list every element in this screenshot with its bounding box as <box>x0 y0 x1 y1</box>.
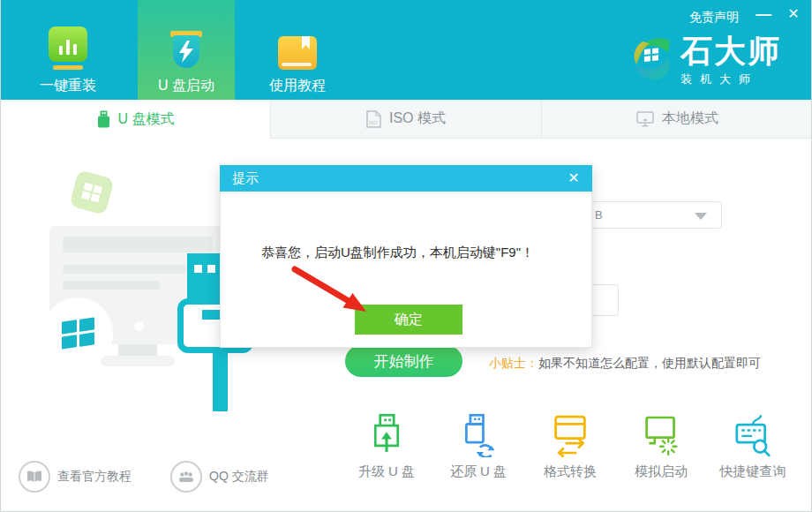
tool-hotkey-search[interactable]: 快捷键查询 <box>704 413 801 480</box>
tool-label: 模拟启动 <box>635 463 688 480</box>
brand-logo-icon <box>629 34 673 83</box>
nav-label: 使用教程 <box>269 77 326 95</box>
minimize-button[interactable]: — <box>751 3 776 26</box>
windows-logo-badge <box>42 297 113 368</box>
brand-name: 石大师 <box>680 34 781 69</box>
tool-label: 格式转换 <box>544 463 597 480</box>
ok-button[interactable]: 确定 <box>355 305 462 335</box>
tool-restore-usb[interactable]: 还原 U 盘 <box>430 413 527 480</box>
nav-item-tutorial[interactable]: 使用教程 <box>257 0 338 100</box>
shield-lightning-icon <box>169 31 204 70</box>
footer-link-label: 查看官方教程 <box>57 469 132 485</box>
success-dialog: 提示 ✕ 恭喜您，启动U盘制作成功，本机启动键"F9"！ 确定 <box>220 165 592 348</box>
mode-tabbar: U 盘模式 ISO ISO 模式 本地模式 <box>1 100 812 139</box>
tab-label: U 盘模式 <box>118 110 175 129</box>
dialog-title: 提示 <box>232 170 259 187</box>
usb-stick-icon <box>97 110 110 128</box>
disclaimer-link[interactable]: 免责声明 <box>689 10 739 26</box>
nav-item-usb-boot[interactable]: U 盘启动 <box>138 0 235 100</box>
nav-label: 一键重装 <box>40 77 96 95</box>
usb-restore-icon <box>461 413 496 457</box>
usb-plug-illustration <box>187 253 222 299</box>
qq-group-link[interactable]: QQ 交流群 <box>170 461 269 493</box>
hotkey-search-icon <box>735 413 771 457</box>
dialog-body: 恭喜您，启动U盘制作成功，本机启动键"F9"！ 确定 <box>220 192 592 348</box>
iso-file-icon: ISO <box>366 110 381 128</box>
close-button[interactable]: ✕ <box>781 3 806 26</box>
footer-link-label: QQ 交流群 <box>209 469 269 485</box>
titlebar: 一键重装 U 盘启动 使用教程 免责声明 — ✕ <box>1 0 812 100</box>
open-book-icon <box>19 461 50 493</box>
tab-label: ISO 模式 <box>389 109 446 128</box>
simulate-boot-icon <box>643 413 679 457</box>
tool-format-convert[interactable]: 格式转换 <box>522 413 619 480</box>
nav-item-onekey-reinstall[interactable]: 一键重装 <box>27 0 109 100</box>
tool-label: 还原 U 盘 <box>450 463 507 480</box>
app-window: 一键重装 U 盘启动 使用教程 免责声明 — ✕ <box>0 0 812 512</box>
tab-iso-mode[interactable]: ISO ISO 模式 <box>271 100 542 139</box>
chevron-down-icon <box>695 213 707 220</box>
tool-label: 升级 U 盘 <box>358 463 415 480</box>
usb-cable-illustration <box>213 352 228 411</box>
dialog-message: 恭喜您，启动U盘制作成功，本机启动键"F9"！ <box>261 245 534 261</box>
brand-tagline: 装机大师 <box>680 72 781 87</box>
start-create-button[interactable]: 开始制作 <box>345 345 462 377</box>
nav-label: U 盘启动 <box>158 77 214 95</box>
tool-label: 快捷键查询 <box>720 463 786 480</box>
usb-drive-select-value: B <box>595 208 603 222</box>
bar-chart-icon <box>49 31 87 70</box>
monitor-icon <box>636 111 654 127</box>
tip-label: 小贴士： <box>489 356 538 370</box>
windows-card-illustration <box>69 169 114 215</box>
tip-text: 如果不知道怎么配置，使用默认配置即可 <box>538 356 761 370</box>
tab-label: 本地模式 <box>662 109 718 128</box>
tool-upgrade-usb[interactable]: 升级 U 盘 <box>338 413 435 480</box>
usb-upgrade-icon <box>369 413 404 457</box>
tip-line: 小贴士：如果不知道怎么配置，使用默认配置即可 <box>489 356 761 372</box>
dialog-close-button[interactable]: ✕ <box>564 169 583 188</box>
brand-logo: 石大师 装机大师 <box>629 34 781 87</box>
people-group-icon <box>170 461 202 493</box>
svg-text:ISO: ISO <box>369 120 378 125</box>
official-tutorial-link[interactable]: 查看官方教程 <box>19 461 132 493</box>
tab-usb-mode[interactable]: U 盘模式 <box>1 100 271 139</box>
tool-simulate-boot[interactable]: 模拟启动 <box>613 413 710 480</box>
dialog-titlebar: 提示 ✕ <box>220 165 592 192</box>
tab-local-mode[interactable]: 本地模式 <box>542 100 812 139</box>
format-convert-icon <box>553 413 588 457</box>
book-icon <box>278 31 317 70</box>
